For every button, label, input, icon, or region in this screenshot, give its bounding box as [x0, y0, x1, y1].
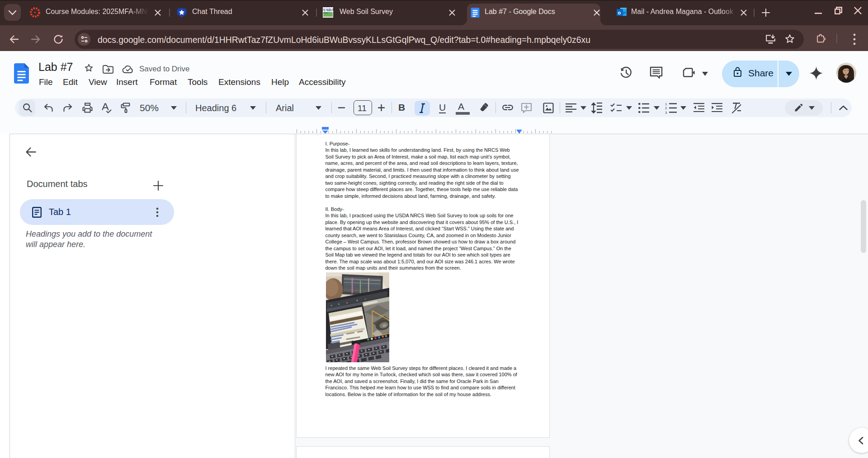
svg-text:2: 2 [665, 106, 667, 110]
svg-text:3: 3 [665, 111, 667, 115]
svg-text:USDA: USDA [323, 8, 335, 12]
svg-text:o: o [618, 10, 621, 15]
svg-text:1: 1 [665, 102, 667, 106]
